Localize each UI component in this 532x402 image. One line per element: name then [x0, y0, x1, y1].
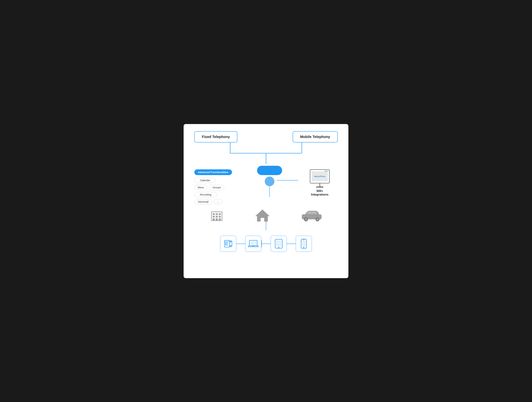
dot-teal [326, 171, 327, 172]
laptop-box [245, 236, 261, 252]
svg-rect-40 [302, 240, 306, 247]
svg-rect-13 [216, 218, 218, 221]
mobile-phone-icon [301, 239, 307, 249]
mobile-telephony-box: Mobile Telephony [293, 131, 338, 142]
fixed-telephony-box: Fixed Telephony [194, 131, 237, 142]
monitor-label: AdminPulse [312, 171, 328, 181]
pill-more: ... [214, 199, 223, 204]
connector-line-2 [262, 243, 271, 244]
pill-groups: Groups [209, 185, 224, 190]
svg-point-18 [305, 218, 307, 220]
svg-rect-26 [227, 243, 228, 244]
h-connector-line [277, 180, 298, 180]
monitor-base [316, 187, 323, 187]
admin-monitor: AdminPulse [310, 169, 329, 187]
pill-menu: Menu [194, 185, 207, 190]
svg-point-41 [303, 247, 304, 248]
advanced-func-panel: Advanced Functionalities Calendar Menu G… [194, 169, 237, 204]
tablet-box [271, 236, 287, 252]
svg-rect-28 [227, 245, 228, 245]
middle-wrapper: Advanced Functionalities Calendar Menu G… [194, 166, 338, 204]
svg-rect-10 [216, 216, 218, 217]
advanced-func-badge: Advanced Functionalities [194, 169, 232, 175]
pill-row-menu-groups: Menu Groups [194, 185, 224, 190]
mobile-phone-box [296, 236, 312, 252]
pill-row-voicemail-more: Voicemail ... [194, 199, 223, 204]
svg-rect-38 [278, 247, 279, 248]
dot-gray [327, 171, 328, 172]
svg-rect-9 [213, 216, 215, 217]
monitor-stand [320, 183, 320, 187]
svg-point-29 [230, 241, 231, 242]
integrations-count-text: 300+ Integrations [311, 189, 328, 197]
pill-row-recording: Recording [194, 192, 217, 197]
svg-rect-8 [219, 213, 221, 215]
svg-rect-14 [219, 218, 221, 221]
pbx-dot [265, 177, 274, 186]
svg-rect-36 [276, 240, 282, 247]
integrations-panel: AdminPulse 300+ Integrations [302, 169, 338, 197]
device-row [194, 236, 338, 252]
pill-voicemail: Voicemail [194, 199, 212, 204]
building-icon [209, 208, 224, 223]
tablet-icon [274, 239, 283, 249]
pbx-pill [257, 166, 282, 175]
svg-rect-6 [213, 213, 215, 215]
pill-recording: Recording [194, 192, 217, 197]
svg-rect-12 [213, 218, 215, 221]
svg-rect-7 [216, 213, 218, 215]
svg-point-30 [230, 245, 231, 246]
laptop-icon [248, 239, 259, 248]
environment-icons-row [194, 208, 338, 223]
svg-rect-25 [225, 243, 226, 244]
connector-svg [194, 142, 338, 164]
desk-phone-icon [223, 239, 233, 249]
monitor-screen: AdminPulse [310, 169, 329, 183]
svg-rect-27 [225, 245, 226, 245]
pill-row-calendar: Calendar [194, 178, 216, 183]
svg-point-20 [316, 218, 318, 220]
desk-phone-box [220, 236, 236, 252]
dot-blue [325, 171, 326, 172]
v-line-pbx-down [269, 186, 270, 197]
pill-calendar: Calendar [194, 178, 216, 183]
svg-rect-11 [219, 216, 221, 217]
center-column [237, 166, 302, 197]
svg-rect-24 [227, 242, 228, 243]
car-icon [301, 209, 323, 222]
diagram-container: Fixed Telephony Mobile Telephony Advance… [184, 124, 348, 278]
svg-marker-15 [255, 210, 270, 222]
home-icon [254, 208, 271, 223]
top-boxes-row: Fixed Telephony Mobile Telephony [194, 131, 338, 142]
svg-rect-23 [225, 242, 226, 243]
connector-line-3 [287, 243, 296, 244]
connector-line-1 [236, 243, 245, 244]
svg-rect-42 [303, 239, 305, 240]
v-line-to-devices [266, 221, 266, 230]
svg-rect-33 [250, 241, 257, 245]
